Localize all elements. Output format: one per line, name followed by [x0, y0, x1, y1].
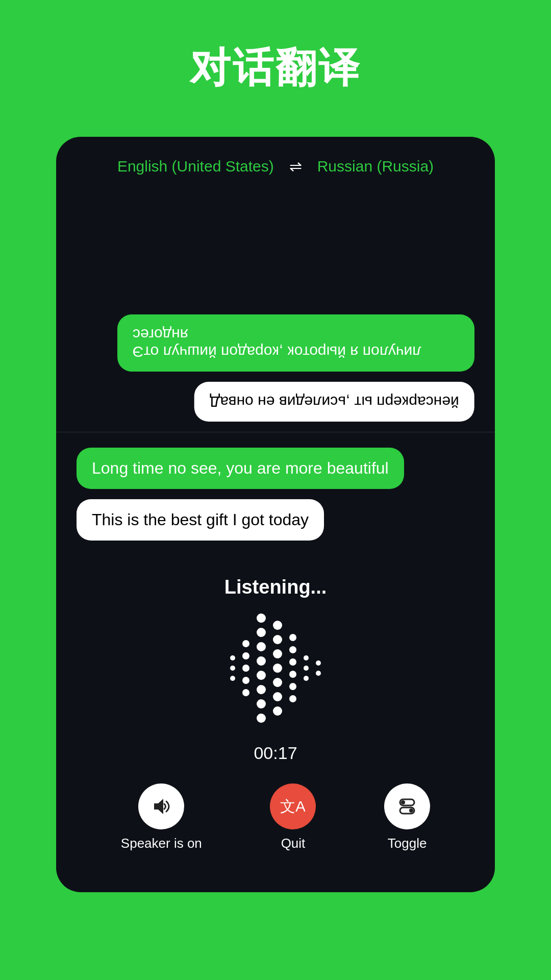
waveform: [230, 614, 321, 723]
dot: [257, 714, 266, 723]
message-bubble-russian-1: Это лучший подарок, который я получил се…: [117, 314, 474, 372]
dot: [316, 671, 321, 676]
svg-text:文A: 文A: [281, 798, 305, 815]
messages-bottom-area: Long time no see, you are more beautiful…: [56, 432, 495, 556]
speaker-label: Speaker is on: [121, 836, 202, 851]
dot: [242, 665, 249, 672]
speaker-control: Speaker is on: [121, 783, 202, 851]
dot: [289, 695, 296, 702]
wave-col-3: [257, 614, 266, 723]
dot: [230, 655, 235, 660]
wave-col-4: [273, 621, 282, 716]
listening-label: Listening...: [224, 576, 327, 598]
dot: [230, 666, 235, 671]
bottom-controls: Speaker is on 文A Quit Toggle: [56, 773, 495, 867]
messages-top-area: Это лучший подарок, который я получил се…: [56, 185, 495, 432]
dot: [289, 683, 296, 690]
wave-col-5: [289, 634, 296, 702]
dot: [257, 642, 266, 651]
dot: [289, 646, 296, 653]
dot: [304, 676, 309, 681]
dot: [230, 676, 235, 681]
language-bar: English (United States) ⇌ Russian (Russi…: [56, 157, 495, 175]
svg-point-1: [401, 800, 405, 804]
dot: [273, 649, 282, 658]
wave-col-1: [230, 655, 235, 681]
speaker-icon: [150, 795, 172, 818]
wave-col-6: [304, 655, 309, 681]
listening-section: Listening...: [56, 556, 495, 773]
toggle-icon: [396, 795, 418, 818]
dot: [257, 656, 266, 666]
dot: [273, 635, 282, 644]
dot: [273, 678, 282, 687]
message-bubble-english-2: This is the best gift I got today: [77, 499, 324, 541]
dot: [242, 652, 249, 659]
dot: [257, 671, 266, 680]
dot: [257, 628, 266, 637]
main-card: English (United States) ⇌ Russian (Russi…: [56, 137, 495, 892]
quit-control: 文A Quit: [270, 783, 316, 851]
wave-col-7: [316, 660, 321, 676]
swap-icon[interactable]: ⇌: [289, 157, 302, 175]
dot: [273, 706, 282, 716]
dot: [242, 640, 249, 647]
toggle-control: Toggle: [384, 783, 430, 851]
dot: [273, 692, 282, 701]
dot: [257, 685, 266, 694]
wave-col-2: [242, 640, 249, 696]
message-bubble-russian-2: Давно не виделись, ты прекрасней: [194, 382, 474, 422]
dot: [257, 614, 266, 623]
timer-display: 00:17: [254, 743, 297, 763]
dot: [273, 621, 282, 630]
target-language[interactable]: Russian (Russia): [317, 158, 434, 175]
speaker-button[interactable]: [138, 783, 184, 829]
quit-label: Quit: [281, 836, 306, 851]
toggle-label: Toggle: [388, 836, 427, 851]
dot: [304, 666, 309, 671]
dot: [289, 658, 296, 666]
dot: [304, 655, 309, 660]
dot: [273, 664, 282, 673]
dot: [316, 660, 321, 666]
translate-icon: 文A: [281, 794, 305, 819]
dot: [242, 689, 249, 696]
source-language[interactable]: English (United States): [117, 158, 274, 175]
quit-button[interactable]: 文A: [270, 783, 316, 829]
dot: [257, 699, 266, 708]
dot: [242, 677, 249, 684]
page-title: 对话翻译: [190, 41, 361, 96]
message-bubble-english-1: Long time no see, you are more beautiful: [77, 448, 404, 489]
dot: [289, 671, 296, 678]
toggle-button[interactable]: [384, 783, 430, 829]
svg-point-2: [409, 808, 413, 813]
dot: [289, 634, 296, 641]
